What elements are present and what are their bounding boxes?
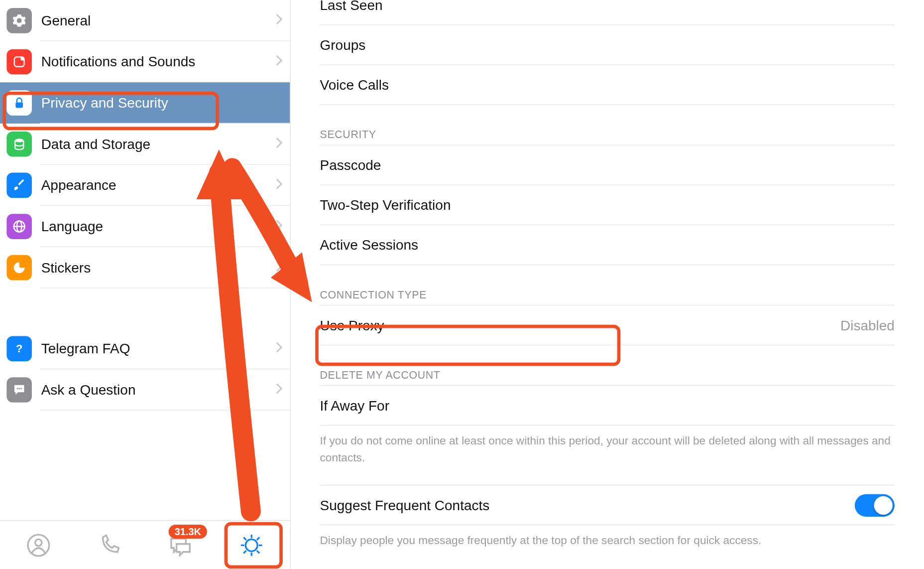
svg-point-1 xyxy=(20,57,24,60)
contacts-icon xyxy=(25,532,51,558)
sidebar-item-label: Ask a Question xyxy=(41,382,276,398)
proxy-status: Disabled xyxy=(840,317,895,333)
chevron-right-icon xyxy=(275,381,283,399)
suggest-contacts-toggle[interactable] xyxy=(855,494,895,516)
chats-tab[interactable]: 31.3K xyxy=(147,521,214,569)
sidebar-item-label: Language xyxy=(41,219,276,235)
svg-rect-2 xyxy=(15,102,23,108)
row-voice-calls[interactable]: Voice Calls xyxy=(320,65,895,105)
row-last-seen[interactable]: Last Seen xyxy=(320,0,895,25)
sidebar-item-stickers[interactable]: Stickers xyxy=(0,247,290,288)
svg-line-20 xyxy=(244,550,246,553)
chevron-right-icon xyxy=(275,218,283,235)
lock-icon xyxy=(6,90,32,116)
sidebar-item-label: Appearance xyxy=(41,177,276,193)
svg-line-19 xyxy=(257,550,259,553)
section-header-security: SECURITY xyxy=(320,129,895,141)
sidebar-list: General Notifications and Sounds Privacy… xyxy=(0,0,290,520)
phone-icon xyxy=(96,532,122,558)
detail-pane: Last Seen Groups Voice Calls SECURITY Pa… xyxy=(291,0,924,569)
row-groups[interactable]: Groups xyxy=(320,25,895,65)
chevron-right-icon xyxy=(275,53,283,71)
globe-icon xyxy=(6,214,32,239)
question-icon: ? xyxy=(6,336,32,361)
calls-tab[interactable] xyxy=(76,521,142,569)
sidebar-item-label: General xyxy=(41,12,276,28)
sidebar-item-general[interactable]: General xyxy=(0,0,290,41)
row-if-away-for[interactable]: If Away For xyxy=(320,386,895,426)
section-header-connection: CONNECTION TYPE xyxy=(320,289,895,301)
chevron-right-icon xyxy=(275,177,283,194)
chevron-right-icon xyxy=(275,259,283,277)
row-use-proxy[interactable]: Use Proxy Disabled xyxy=(320,305,895,345)
chevron-right-icon xyxy=(275,136,283,153)
svg-point-9 xyxy=(18,388,20,390)
unread-badge: 31.3K xyxy=(169,525,207,539)
settings-tab[interactable] xyxy=(219,521,285,569)
sidebar-item-label: Privacy and Security xyxy=(41,95,284,111)
sidebar-item-data[interactable]: Data and Storage xyxy=(0,124,290,165)
gear-icon xyxy=(6,8,32,33)
delete-footer: If you do not come online at least once … xyxy=(320,432,895,466)
sidebar-item-label: Data and Storage xyxy=(41,136,276,152)
row-active-sessions[interactable]: Active Sessions xyxy=(320,225,895,265)
svg-point-10 xyxy=(20,388,22,390)
sidebar-item-faq[interactable]: ? Telegram FAQ xyxy=(0,328,290,370)
database-icon xyxy=(6,132,32,157)
section-header-delete: DELETE MY ACCOUNT xyxy=(320,369,895,381)
svg-line-21 xyxy=(257,537,259,540)
settings-sidebar: General Notifications and Sounds Privacy… xyxy=(0,0,291,569)
sticker-icon xyxy=(6,255,32,281)
chevron-right-icon xyxy=(275,340,283,357)
sidebar-item-appearance[interactable]: Appearance xyxy=(0,165,290,206)
bottom-tabbar: 31.3K xyxy=(0,520,290,569)
brush-icon xyxy=(6,173,32,198)
sidebar-item-ask[interactable]: Ask a Question xyxy=(0,369,290,411)
sidebar-item-label: Notifications and Sounds xyxy=(41,54,276,70)
svg-point-13 xyxy=(246,539,258,551)
svg-point-8 xyxy=(17,388,18,390)
sidebar-item-label: Telegram FAQ xyxy=(41,341,276,357)
row-suggest-contacts[interactable]: Suggest Frequent Contacts xyxy=(320,485,895,525)
sidebar-item-privacy[interactable]: Privacy and Security xyxy=(0,82,290,124)
svg-text:?: ? xyxy=(16,342,22,355)
contacts-footer: Display people you message frequently at… xyxy=(320,532,895,549)
sidebar-item-label: Stickers xyxy=(41,260,276,276)
settings-gear-icon xyxy=(238,532,265,558)
sidebar-item-notifications[interactable]: Notifications and Sounds xyxy=(0,41,290,83)
contacts-tab[interactable] xyxy=(5,521,71,569)
bell-icon xyxy=(6,49,32,75)
svg-point-3 xyxy=(15,139,23,142)
chat-icon xyxy=(6,377,32,403)
svg-point-12 xyxy=(35,539,41,546)
chevron-right-icon xyxy=(275,12,283,29)
row-two-step[interactable]: Two-Step Verification xyxy=(320,185,895,225)
row-passcode[interactable]: Passcode xyxy=(320,145,895,185)
sidebar-item-language[interactable]: Language xyxy=(0,206,290,247)
svg-line-18 xyxy=(244,537,246,540)
